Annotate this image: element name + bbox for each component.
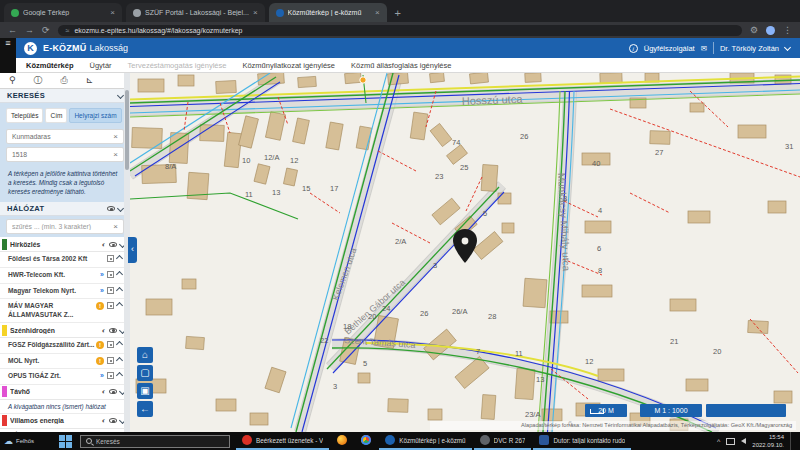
user-menu[interactable]: Dr. Törköly Zoltán [720, 44, 779, 53]
map-canvas[interactable]: Hosszú utcaMunkácsy Mihály utcaKelemen u… [130, 73, 800, 432]
search-tab[interactable]: Cím [45, 108, 67, 123]
close-icon[interactable]: × [253, 8, 258, 17]
profile-avatar[interactable] [766, 26, 775, 35]
zoom-extent-icon[interactable] [107, 302, 114, 309]
provider-row[interactable]: FGSZ Földgázszállító Zárt...! [0, 338, 130, 354]
home-icon[interactable]: ⌂ [137, 347, 153, 363]
provider-row[interactable]: MOL Nyrt.! [0, 354, 130, 370]
back-icon[interactable]: ← [137, 401, 153, 417]
nav-item[interactable]: Közmű állásfoglalás igénylése [351, 61, 451, 70]
taskbar-app[interactable]: Dutor: taljai kontakto rudo [533, 432, 631, 450]
eye-icon[interactable] [109, 418, 117, 423]
site-info-icon[interactable]: ≈ [66, 27, 70, 34]
forward-icon[interactable]: → [25, 26, 34, 35]
tray-expand-icon[interactable]: ^ [717, 438, 720, 445]
chevron-up-icon[interactable] [116, 255, 123, 262]
new-tab-button[interactable]: + [395, 7, 401, 22]
zoom-extent-icon[interactable] [107, 287, 114, 294]
zoom-extent-icon[interactable] [107, 341, 114, 348]
browser-tab[interactable]: Közműtérkép | e-közmű× [269, 3, 387, 22]
zoom-to-icon[interactable]: » [100, 271, 104, 278]
provider-row[interactable]: HWR-Telecom Kft.» [0, 268, 130, 284]
support-link[interactable]: Ügyfélszolgálat [644, 44, 695, 53]
browser-tab[interactable]: SZÜF Portál - Lakossági - Bejel...× [126, 3, 265, 22]
clock[interactable]: 15:54 2022.09.10. [752, 433, 784, 449]
provider-row[interactable]: Földesi és Társa 2002 Kft [0, 252, 130, 268]
zoom-to-icon[interactable]: » [100, 287, 104, 294]
select-area-icon[interactable]: ▣ [137, 383, 153, 399]
taskbar-app[interactable]: DVC R 267 [474, 432, 532, 450]
nav-item[interactable]: Közműtérkép [26, 61, 74, 70]
taskbar-app[interactable]: Beérkezett üzenetek - V [236, 432, 329, 450]
provider-row[interactable]: MÁV MAGYAR ÁLLAMVASUTAK Z...! [0, 299, 130, 323]
close-icon[interactable]: × [375, 8, 380, 17]
parcel-input[interactable]: 1518 × [6, 147, 124, 162]
show-desktop-button[interactable] [790, 432, 794, 450]
eye-icon[interactable] [109, 389, 117, 394]
chevron-down-icon[interactable] [117, 92, 124, 99]
extent-icon[interactable]: ▢ [137, 365, 153, 381]
weather-widget[interactable]: ☁ Felhős [0, 436, 56, 446]
network-section-header[interactable]: HÁLÓZAT [0, 202, 130, 216]
print-icon[interactable]: ⎙ [61, 76, 68, 85]
zoom-extent-icon[interactable] [107, 372, 114, 379]
network-group-header[interactable]: Villamos energia◐ [0, 414, 130, 429]
chevron-up-icon[interactable] [116, 357, 123, 364]
start-button[interactable] [56, 432, 74, 450]
chevron-up-icon[interactable] [116, 341, 123, 348]
provider-row[interactable]: Magyar Telekom Nyrt.» [0, 284, 130, 300]
settlement-input[interactable]: Kunmadaras × [6, 129, 124, 144]
sidebar-collapse-handle[interactable]: ‹ [128, 237, 137, 263]
taskbar-app[interactable] [355, 432, 377, 450]
chevron-up-icon[interactable] [116, 372, 123, 379]
mail-icon[interactable]: ✉ [701, 44, 707, 53]
search-section-header[interactable]: KERESÉS [0, 89, 130, 103]
opacity-icon[interactable]: ◐ [102, 241, 106, 248]
measure-icon[interactable]: ⊾ [86, 76, 94, 85]
chevron-up-icon[interactable] [116, 286, 123, 293]
close-icon[interactable]: × [110, 8, 115, 17]
provider-row[interactable]: OPUS TIGÁZ Zrt.» [0, 369, 130, 385]
zoom-to-icon[interactable]: » [100, 372, 104, 379]
speaker-icon[interactable] [741, 438, 746, 444]
network-group-header[interactable]: Hírközlés◐ [0, 237, 130, 252]
info-icon[interactable]: ⓘ [34, 76, 43, 85]
hamburger-icon[interactable]: ≡ [5, 38, 10, 48]
zoom-extent-icon[interactable] [107, 255, 114, 262]
sidebar-scrollbar-thumb[interactable] [125, 90, 129, 170]
chevron-up-icon[interactable] [116, 271, 123, 278]
search-tab[interactable]: Település [6, 108, 43, 123]
nav-item[interactable]: Közműnyilatkozat igénylése [242, 61, 335, 70]
nav-item[interactable]: Tervezéstámogatás igénylése [128, 61, 227, 70]
map-marker-pin[interactable] [453, 229, 477, 263]
taskbar-app[interactable]: Közműtérkép | e-közmű [379, 432, 471, 450]
address-bar[interactable]: ≈ ekozmu.e-epites.hu/lakossag/#/lakossag… [58, 25, 742, 36]
chevron-up-icon[interactable] [116, 302, 123, 309]
clear-icon[interactable]: × [113, 150, 118, 159]
network-filter-input[interactable]: szűrés ... (min. 3 karakter) × [6, 219, 124, 234]
taskbar-app[interactable] [331, 432, 353, 450]
network-group-header[interactable]: Távhő◐ [0, 385, 130, 400]
eye-icon[interactable] [109, 242, 117, 247]
opacity-icon[interactable]: ◐ [102, 417, 106, 424]
back-icon[interactable]: ← [8, 26, 17, 35]
opacity-icon[interactable]: ◐ [102, 327, 106, 334]
opacity-icon[interactable]: ◐ [102, 388, 106, 395]
clear-icon[interactable]: × [113, 132, 118, 141]
zoom-extent-icon[interactable] [107, 271, 114, 278]
zoom-extent-icon[interactable] [107, 357, 114, 364]
marker-search-icon[interactable]: ⚲ [9, 76, 16, 85]
network-group-header[interactable]: Szénhidrogén◐ [0, 323, 130, 338]
reload-icon[interactable]: ⟳ [42, 26, 50, 35]
display-icon[interactable] [726, 438, 735, 445]
browser-tab[interactable]: Google Térkép× [4, 3, 122, 22]
eye-icon[interactable] [107, 206, 115, 211]
search-tab[interactable]: Helyrajzi szám [69, 108, 121, 123]
eye-icon[interactable] [109, 328, 117, 333]
extensions-icon[interactable]: ⚙ [750, 26, 758, 35]
browser-menu-icon[interactable]: ⋮ [783, 26, 792, 35]
chevron-down-icon[interactable] [784, 43, 791, 50]
chevron-down-icon[interactable] [117, 205, 124, 212]
nav-item[interactable]: Ügytár [90, 61, 112, 70]
taskbar-search[interactable]: Keresés [80, 435, 230, 448]
